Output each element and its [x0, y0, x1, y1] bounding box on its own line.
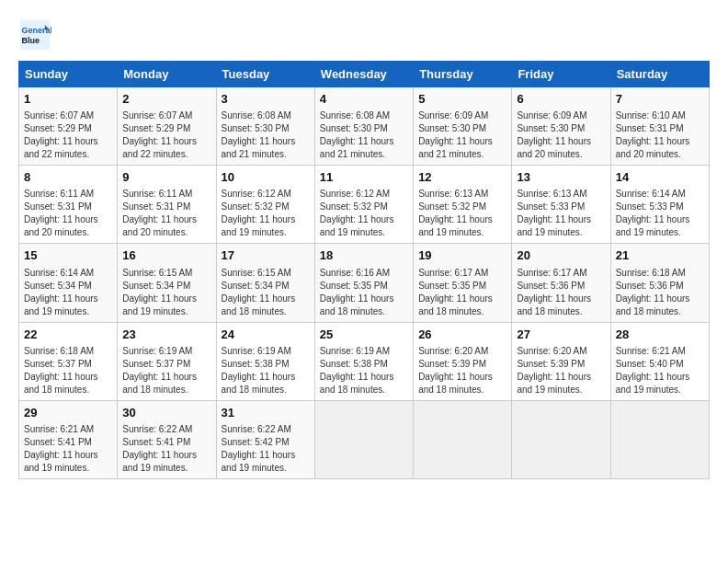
day-of-week-header: Sunday: [19, 62, 118, 87]
day-detail: Sunrise: 6:22 AMSunset: 5:41 PMDaylight:…: [122, 423, 210, 475]
day-detail: Sunrise: 6:09 AMSunset: 5:30 PMDaylight:…: [517, 109, 605, 161]
calendar-week-row: 8Sunrise: 6:11 AMSunset: 5:31 PMDaylight…: [19, 166, 710, 244]
day-number: 10: [222, 169, 310, 186]
calendar-cell: 7Sunrise: 6:10 AMSunset: 5:31 PMDaylight…: [610, 87, 709, 166]
day-number: 1: [24, 91, 112, 108]
calendar-cell: 12Sunrise: 6:13 AMSunset: 5:32 PMDayligh…: [414, 166, 512, 244]
day-detail: Sunrise: 6:07 AMSunset: 5:29 PMDaylight:…: [24, 109, 112, 161]
day-number: 16: [122, 247, 210, 264]
calendar-cell: 29Sunrise: 6:21 AMSunset: 5:41 PMDayligh…: [19, 400, 118, 478]
day-number: 25: [320, 327, 408, 343]
day-number: 7: [616, 91, 704, 108]
day-detail: Sunrise: 6:09 AMSunset: 5:30 PMDaylight:…: [418, 109, 506, 161]
logo-icon: General Blue: [18, 18, 51, 52]
day-detail: Sunrise: 6:15 AMSunset: 5:34 PMDaylight:…: [122, 267, 210, 318]
calendar-week-row: 29Sunrise: 6:21 AMSunset: 5:41 PMDayligh…: [19, 400, 710, 478]
day-number: 6: [517, 91, 605, 108]
day-number: 5: [418, 91, 506, 108]
calendar-cell: [414, 400, 512, 478]
calendar-cell: 26Sunrise: 6:20 AMSunset: 5:39 PMDayligh…: [414, 322, 512, 400]
day-detail: Sunrise: 6:08 AMSunset: 5:30 PMDaylight:…: [222, 109, 310, 161]
day-number: 29: [24, 405, 112, 421]
calendar-cell: 4Sunrise: 6:08 AMSunset: 5:30 PMDaylight…: [314, 87, 413, 166]
day-detail: Sunrise: 6:10 AMSunset: 5:31 PMDaylight:…: [616, 109, 704, 161]
day-number: 13: [517, 169, 605, 186]
day-detail: Sunrise: 6:14 AMSunset: 5:33 PMDaylight:…: [616, 188, 704, 239]
calendar-header-row: SundayMondayTuesdayWednesdayThursdayFrid…: [19, 62, 710, 87]
day-number: 31: [222, 405, 310, 421]
calendar-cell: 9Sunrise: 6:11 AMSunset: 5:31 PMDaylight…: [118, 166, 216, 244]
day-number: 8: [24, 169, 112, 186]
day-number: 24: [222, 327, 310, 343]
calendar-cell: 18Sunrise: 6:16 AMSunset: 5:35 PMDayligh…: [314, 244, 413, 322]
day-detail: Sunrise: 6:22 AMSunset: 5:42 PMDaylight:…: [222, 423, 310, 475]
calendar-week-row: 1Sunrise: 6:07 AMSunset: 5:29 PMDaylight…: [19, 87, 710, 166]
calendar-cell: 24Sunrise: 6:19 AMSunset: 5:38 PMDayligh…: [216, 322, 314, 400]
calendar-week-row: 15Sunrise: 6:14 AMSunset: 5:34 PMDayligh…: [19, 244, 710, 322]
calendar-cell: 6Sunrise: 6:09 AMSunset: 5:30 PMDaylight…: [512, 87, 610, 166]
calendar-cell: [314, 400, 413, 478]
day-detail: Sunrise: 6:07 AMSunset: 5:29 PMDaylight:…: [122, 109, 210, 161]
day-number: 9: [122, 169, 210, 186]
day-number: 15: [24, 247, 112, 264]
day-detail: Sunrise: 6:11 AMSunset: 5:31 PMDaylight:…: [122, 188, 210, 239]
day-number: 22: [24, 327, 112, 343]
day-number: 4: [320, 91, 408, 108]
day-detail: Sunrise: 6:12 AMSunset: 5:32 PMDaylight:…: [320, 188, 408, 239]
day-detail: Sunrise: 6:16 AMSunset: 5:35 PMDaylight:…: [320, 267, 408, 318]
day-of-week-header: Tuesday: [216, 62, 314, 87]
calendar-table: SundayMondayTuesdayWednesdayThursdayFrid…: [18, 61, 710, 479]
logo: General Blue: [18, 18, 55, 52]
day-detail: Sunrise: 6:20 AMSunset: 5:39 PMDaylight:…: [418, 345, 506, 396]
calendar-week-row: 22Sunrise: 6:18 AMSunset: 5:37 PMDayligh…: [19, 322, 710, 400]
calendar-cell: 25Sunrise: 6:19 AMSunset: 5:38 PMDayligh…: [314, 322, 413, 400]
day-detail: Sunrise: 6:18 AMSunset: 5:37 PMDaylight:…: [24, 345, 112, 396]
calendar-cell: 2Sunrise: 6:07 AMSunset: 5:29 PMDaylight…: [118, 87, 216, 166]
day-detail: Sunrise: 6:13 AMSunset: 5:33 PMDaylight:…: [517, 188, 605, 239]
day-of-week-header: Saturday: [610, 62, 709, 87]
calendar-cell: 3Sunrise: 6:08 AMSunset: 5:30 PMDaylight…: [216, 87, 314, 166]
calendar-cell: 19Sunrise: 6:17 AMSunset: 5:35 PMDayligh…: [414, 244, 512, 322]
day-detail: Sunrise: 6:19 AMSunset: 5:38 PMDaylight:…: [222, 345, 310, 396]
calendar-cell: 27Sunrise: 6:20 AMSunset: 5:39 PMDayligh…: [512, 322, 610, 400]
calendar-cell: 22Sunrise: 6:18 AMSunset: 5:37 PMDayligh…: [19, 322, 118, 400]
day-of-week-header: Thursday: [414, 62, 512, 87]
header: General Blue: [18, 18, 710, 52]
svg-text:Blue: Blue: [22, 36, 40, 45]
day-detail: Sunrise: 6:21 AMSunset: 5:41 PMDaylight:…: [24, 423, 112, 475]
day-detail: Sunrise: 6:12 AMSunset: 5:32 PMDaylight:…: [222, 188, 310, 239]
day-detail: Sunrise: 6:20 AMSunset: 5:39 PMDaylight:…: [517, 345, 605, 396]
day-detail: Sunrise: 6:11 AMSunset: 5:31 PMDaylight:…: [24, 188, 112, 239]
day-detail: Sunrise: 6:14 AMSunset: 5:34 PMDaylight:…: [24, 267, 112, 318]
calendar-cell: [512, 400, 610, 478]
calendar-cell: 16Sunrise: 6:15 AMSunset: 5:34 PMDayligh…: [118, 244, 216, 322]
calendar-cell: 15Sunrise: 6:14 AMSunset: 5:34 PMDayligh…: [19, 244, 118, 322]
calendar-cell: 11Sunrise: 6:12 AMSunset: 5:32 PMDayligh…: [314, 166, 413, 244]
day-number: 21: [616, 247, 704, 264]
calendar-cell: 17Sunrise: 6:15 AMSunset: 5:34 PMDayligh…: [216, 244, 314, 322]
day-detail: Sunrise: 6:13 AMSunset: 5:32 PMDaylight:…: [418, 188, 506, 239]
calendar-cell: 23Sunrise: 6:19 AMSunset: 5:37 PMDayligh…: [118, 322, 216, 400]
day-detail: Sunrise: 6:21 AMSunset: 5:40 PMDaylight:…: [616, 345, 704, 396]
day-detail: Sunrise: 6:08 AMSunset: 5:30 PMDaylight:…: [320, 109, 408, 161]
day-number: 26: [418, 327, 506, 343]
calendar-cell: 20Sunrise: 6:17 AMSunset: 5:36 PMDayligh…: [512, 244, 610, 322]
day-detail: Sunrise: 6:15 AMSunset: 5:34 PMDaylight:…: [222, 267, 310, 318]
day-number: 12: [418, 169, 506, 186]
day-detail: Sunrise: 6:17 AMSunset: 5:36 PMDaylight:…: [517, 267, 605, 318]
day-detail: Sunrise: 6:17 AMSunset: 5:35 PMDaylight:…: [418, 267, 506, 318]
day-number: 3: [222, 91, 310, 108]
day-number: 11: [320, 169, 408, 186]
day-of-week-header: Monday: [118, 62, 216, 87]
day-detail: Sunrise: 6:19 AMSunset: 5:37 PMDaylight:…: [122, 345, 210, 396]
calendar-cell: 31Sunrise: 6:22 AMSunset: 5:42 PMDayligh…: [216, 400, 314, 478]
calendar-cell: 14Sunrise: 6:14 AMSunset: 5:33 PMDayligh…: [610, 166, 709, 244]
calendar-cell: 28Sunrise: 6:21 AMSunset: 5:40 PMDayligh…: [610, 322, 709, 400]
day-number: 27: [517, 327, 605, 343]
day-number: 19: [418, 247, 506, 264]
day-number: 28: [616, 327, 704, 343]
calendar-cell: 1Sunrise: 6:07 AMSunset: 5:29 PMDaylight…: [19, 87, 118, 166]
day-number: 30: [122, 405, 210, 421]
calendar-cell: 30Sunrise: 6:22 AMSunset: 5:41 PMDayligh…: [118, 400, 216, 478]
day-of-week-header: Friday: [512, 62, 610, 87]
